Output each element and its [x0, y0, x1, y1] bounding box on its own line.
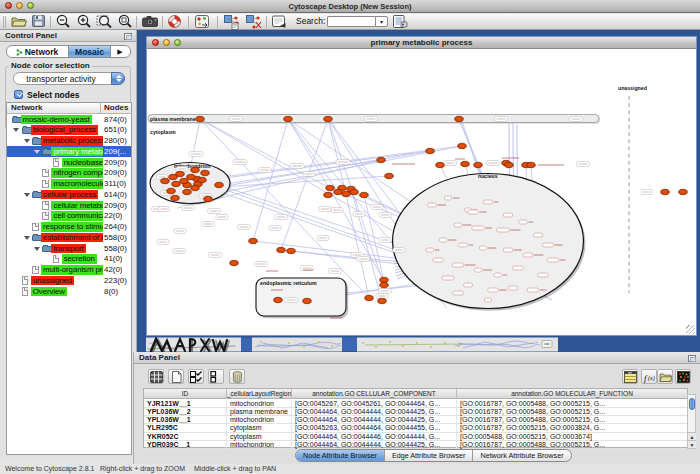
tree-row[interactable]: cellular process614(0)	[7, 189, 131, 200]
expand-arrow-icon[interactable]	[34, 247, 40, 251]
heatmap-icon[interactable]	[675, 369, 691, 384]
tree-row[interactable]: unassigned223(0)	[7, 275, 131, 286]
tree-row-label: transport	[51, 244, 85, 254]
tree-column-nodes: Nodes	[104, 103, 128, 113]
scrollbar-thumb[interactable]	[689, 398, 695, 410]
tree-row[interactable]: response to stimulu264(0)	[7, 222, 131, 233]
tree-row[interactable]: biological_process651(0)	[7, 125, 131, 136]
select-attributes-icon[interactable]	[188, 369, 204, 384]
data-panel-toolbar: f(x)	[134, 364, 700, 386]
unselect-attributes-icon[interactable]	[208, 369, 224, 384]
tree-row[interactable]: nitrogen compo209(0)	[7, 168, 131, 179]
table-cell: [GO:0005488, GO:0005215, GO:0003674]	[457, 433, 687, 441]
tab-network-attribute-browser[interactable]: Network Attribute Browser	[473, 450, 570, 462]
search-field[interactable]	[327, 16, 375, 27]
tree-row-nodes: 209(0)	[104, 158, 127, 168]
delete-attribute-icon[interactable]	[229, 369, 245, 384]
table-cell: [GO:0045263, GO:0044464, GO:0044455, G..…	[292, 424, 457, 432]
column-molecular-function[interactable]: annotation.GO MOLECULAR_FUNCTION	[457, 389, 687, 399]
scroll-up-icon[interactable]: ▲	[688, 432, 696, 440]
column-cellular-component[interactable]: annotation.GO CELLULAR_COMPONENT	[292, 389, 457, 399]
network-window-title: primary metabolic process	[147, 37, 696, 49]
nucleus-label: nucleus	[478, 172, 498, 178]
tree-row-nodes: 209(0)	[104, 201, 127, 211]
search-label: Search:	[296, 16, 325, 26]
tree-row[interactable]: multi-organism pro42(0)	[7, 265, 131, 276]
tree-row-nodes: 223(0)	[104, 276, 127, 286]
table-cell: [GO:0044464, GO:0044444, GO:0044425, G..…	[292, 416, 457, 424]
tree-row-label: cellular process	[41, 190, 98, 200]
tree-row-label: Overview	[31, 287, 67, 297]
function-builder-icon[interactable]: f(x)	[641, 369, 657, 384]
tree-row[interactable]: metabolic process280(0)	[7, 136, 131, 147]
table-scrollbar[interactable]: ▲ ▼	[687, 394, 696, 449]
expand-arrow-icon[interactable]	[24, 193, 30, 197]
table-cell: [GO:0045267, GO:0045261, GO:0044464, G..…	[292, 400, 457, 408]
expand-arrow-icon[interactable]	[34, 150, 40, 154]
tab-network[interactable]: Network	[7, 46, 67, 57]
expand-arrow-icon[interactable]	[24, 139, 30, 143]
tree-row-label: macromolecule	[51, 179, 103, 189]
dropdown-stepper-icon[interactable]	[111, 72, 125, 85]
tree-row[interactable]: cell communicat22(0)	[7, 211, 131, 222]
tab-network-label: Network	[25, 47, 59, 57]
tree-row[interactable]: macromolecule311(0)	[7, 179, 131, 190]
table-cell: YPL036W__2	[144, 408, 227, 416]
table-row[interactable]: YKR052Ccytoplasm[GO:0044464, GO:0044446,…	[144, 433, 687, 441]
resize-grip-icon[interactable]	[686, 325, 695, 334]
table-row[interactable]: YLR295Ccytoplasm[GO:0045263, GO:0044464,…	[144, 424, 687, 432]
attribute-table-icon[interactable]	[622, 369, 638, 384]
table-row[interactable]: YPL036W__2plasma membrane[GO:0044464, GO…	[144, 408, 687, 416]
region-endoplasmic-reticulum: endoplasmic reticulum	[256, 278, 348, 318]
select-nodes-checkbox[interactable]	[14, 90, 23, 99]
new-attribute-icon[interactable]	[168, 369, 184, 384]
tree-row-label: unassigned	[31, 276, 74, 286]
attribute-grid-icon[interactable]	[148, 369, 164, 384]
float-panel-icon[interactable]	[124, 33, 132, 40]
table-cell: [GO:0044464, GO:0044444, GO:0044425, G..…	[292, 441, 457, 449]
tree-row[interactable]: transport558(0)	[7, 243, 131, 254]
column-region[interactable]: _cellularLayoutRegion	[227, 389, 292, 399]
network-canvas[interactable]: plasma membrane cytoplasm mitochondrion …	[147, 50, 696, 336]
endoplasmic-reticulum-label: endoplasmic reticulum	[260, 279, 317, 285]
tree-row-label: nitrogen compo	[51, 168, 103, 178]
network-window-titlebar[interactable]: primary metabolic process	[147, 37, 696, 49]
table-row[interactable]: YDR039C__1mitochondrion[GO:0044464, GO:0…	[144, 441, 687, 449]
toolbar-handle	[5, 16, 6, 28]
tree-row[interactable]: primary metabol209(...	[7, 146, 131, 157]
mdi-desktop: primary metabolic process plasma membran…	[137, 30, 700, 352]
tree-row[interactable]: nucleobase-209(0)	[7, 157, 131, 168]
file-icon	[42, 180, 49, 189]
column-id[interactable]: ID	[144, 389, 227, 399]
tree-row-nodes: 209(0)	[104, 168, 127, 178]
tree-row[interactable]: cellular metabol209(0)	[7, 200, 131, 211]
tree-row-label: metabolic process	[41, 136, 103, 146]
tab-mosaic-label: Mosaic	[75, 47, 104, 57]
table-row[interactable]: YPL036W__1mitochondrion[GO:0044464, GO:0…	[144, 416, 687, 424]
float-panel-icon[interactable]	[688, 355, 696, 362]
tree-row[interactable]: establishment of lo558(0)	[7, 232, 131, 243]
region-unassigned: unassigned	[618, 85, 647, 293]
tab-overflow-button[interactable]: ▶	[110, 46, 130, 57]
window-titlebar[interactable]: Cytoscape Desktop (New Session)	[0, 0, 700, 13]
tree-row-nodes: 22(0)	[104, 211, 122, 221]
color-attribute-dropdown[interactable]: transporter activity	[13, 72, 125, 85]
tree-row[interactable]: Overview8(0)	[7, 286, 131, 297]
control-panel-header[interactable]: Control Panel	[0, 30, 136, 42]
tab-edge-attribute-browser[interactable]: Edge Attribute Browser	[385, 450, 474, 462]
tab-mosaic[interactable]: Mosaic	[68, 46, 111, 57]
scroll-down-icon[interactable]: ▼	[688, 440, 696, 448]
search-dropdown-button[interactable]: ▾	[375, 16, 388, 27]
table-header[interactable]: ID _cellularLayoutRegion annotation.GO C…	[144, 389, 687, 399]
tab-node-attribute-browser[interactable]: Node Attribute Browser	[296, 450, 385, 462]
expand-arrow-icon[interactable]	[24, 236, 30, 240]
tree-row[interactable]: secretion41(0)	[7, 254, 131, 265]
tree-row[interactable]: mosaic-demo-yeast874(0)	[7, 114, 131, 125]
data-panel-header[interactable]: Data Panel	[134, 352, 700, 364]
file-icon	[32, 266, 39, 275]
expand-arrow-icon[interactable]	[13, 128, 19, 132]
import-attributes-icon[interactable]	[657, 369, 673, 384]
table-row[interactable]: YJR121W__1mitochondrion[GO:0045267, GO:0…	[144, 400, 687, 408]
tree-row-nodes: 42(0)	[104, 265, 122, 275]
tree-row-nodes: 41(0)	[104, 254, 122, 264]
